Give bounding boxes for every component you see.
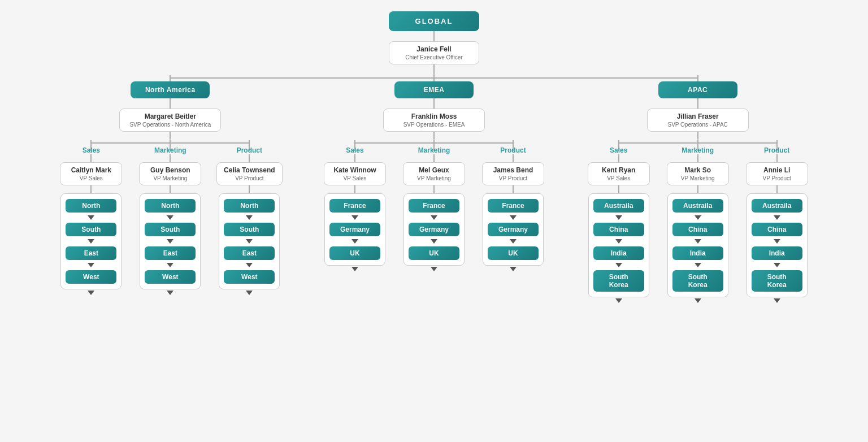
emea-mkt-list: France Germany UK — [403, 193, 465, 266]
arrow-down — [615, 239, 622, 244]
apac-prod-vp[interactable]: Annie Li VP Product — [746, 162, 808, 185]
list-item[interactable]: East — [145, 246, 196, 260]
region-emea: EMEA Franklin Moss SVP Operations - EMEA… — [302, 81, 566, 272]
arrow-down — [351, 267, 358, 271]
arrow-down — [167, 215, 173, 220]
arrow-down — [615, 263, 622, 267]
list-item[interactable]: West — [224, 270, 275, 284]
na-dept-cols: Sales Caitlyn Mark VP Sales North South … — [51, 146, 289, 296]
list-item[interactable]: India — [672, 246, 723, 260]
region-north-america: North America Margaret Beitler SVP Opera… — [38, 81, 302, 296]
global-node[interactable]: GLOBAL — [389, 11, 479, 31]
apac-region-node[interactable]: APAC — [658, 81, 737, 98]
emea-v1 — [433, 98, 435, 109]
emea-prod-vp[interactable]: James Bend VP Product — [482, 162, 544, 185]
arrow-down — [774, 215, 780, 220]
list-item[interactable]: UK — [329, 246, 380, 260]
apac-mkt-list: Austraila China India South Korea — [667, 193, 728, 297]
na-v2 — [170, 132, 171, 140]
list-item[interactable]: South — [66, 223, 116, 236]
arrow-down — [351, 215, 358, 220]
emea-region-node[interactable]: EMEA — [394, 81, 474, 98]
na-dept-marketing: Marketing Guy Benson VP Marketing North … — [131, 146, 210, 296]
apac-dept-marketing: Marketing Mark So VP Marketing Austraila… — [658, 146, 737, 304]
arrow-down — [510, 267, 517, 271]
list-item[interactable]: North — [145, 199, 196, 213]
list-item[interactable]: Germany — [488, 223, 539, 236]
list-item[interactable]: South Korea — [752, 270, 802, 292]
na-prod-vp[interactable]: Celia Townsend VP Product — [216, 162, 282, 185]
arrow-down — [510, 239, 517, 244]
list-item[interactable]: South Korea — [672, 270, 723, 292]
org-chart: GLOBAL Janice Fell Chief Executive Offic… — [0, 0, 868, 442]
list-item[interactable]: West — [66, 270, 116, 284]
arrow-down — [88, 215, 94, 220]
list-item[interactable]: Germany — [409, 223, 459, 236]
list-item[interactable]: East — [66, 246, 116, 260]
arrow-down — [167, 291, 173, 295]
v-line-2 — [433, 64, 435, 75]
branch-svg-regions — [38, 75, 830, 81]
list-item[interactable]: North — [66, 199, 116, 213]
regions-container: North America Margaret Beitler SVP Opera… — [38, 81, 830, 304]
emea-vp-node[interactable]: Franklin Moss SVP Operations - EMEA — [383, 109, 485, 132]
apac-sales-vp[interactable]: Kent Ryan VP Sales — [588, 162, 650, 185]
list-item[interactable]: France — [409, 199, 459, 213]
na-dept-product: Product Celia Townsend VP Product North … — [210, 146, 289, 296]
apac-vp-node[interactable]: Jillian Fraser SVP Operations - APAC — [647, 109, 749, 132]
na-sales-vp[interactable]: Caitlyn Mark VP Sales — [60, 162, 122, 185]
list-item[interactable]: India — [752, 246, 802, 260]
list-item[interactable]: India — [593, 246, 644, 260]
arrow-down — [167, 263, 173, 267]
list-item[interactable]: West — [145, 270, 196, 284]
na-v1 — [170, 98, 171, 109]
list-item[interactable]: France — [329, 199, 380, 213]
list-item[interactable]: South Korea — [593, 270, 644, 292]
arrow-down — [167, 239, 173, 244]
na-mkt-vp[interactable]: Guy Benson VP Marketing — [139, 162, 201, 185]
list-item[interactable]: Germany — [329, 223, 380, 236]
list-item[interactable]: China — [593, 223, 644, 236]
arrow-down — [246, 263, 253, 267]
list-item[interactable]: China — [752, 223, 802, 236]
arrow-down — [88, 263, 94, 267]
emea-mkt-vp[interactable]: Mel Geux VP Marketing — [403, 162, 465, 185]
ceo-node[interactable]: Janice Fell Chief Executive Officer — [389, 41, 479, 64]
list-item[interactable]: Austraila — [593, 199, 644, 213]
apac-v2 — [697, 132, 698, 140]
emea-prod-list: France Germany UK — [483, 193, 544, 266]
arrow-down — [695, 263, 701, 267]
na-dept-branch — [51, 140, 289, 146]
apac-dept-branch — [579, 140, 817, 146]
na-region-node[interactable]: North America — [131, 81, 210, 98]
arrow-down — [431, 215, 437, 220]
na-vp-node[interactable]: Margaret Beitler SVP Operations - North … — [119, 109, 221, 132]
list-item[interactable]: Austraila — [752, 199, 802, 213]
apac-v1 — [697, 98, 698, 109]
arrow-down — [695, 239, 701, 244]
emea-dept-product: Product James Bend VP Product France Ger… — [474, 146, 553, 272]
emea-sales-vp[interactable]: Kate Winnow VP Sales — [324, 162, 386, 185]
emea-v2 — [433, 132, 435, 140]
arrow-down — [431, 267, 437, 271]
list-item[interactable]: North — [224, 199, 275, 213]
list-item[interactable]: France — [488, 199, 539, 213]
list-item[interactable]: Austraila — [672, 199, 723, 213]
arrow-down — [246, 215, 253, 220]
list-item[interactable]: East — [224, 246, 275, 260]
apac-sales-list: Austraila China India South Korea — [588, 193, 649, 297]
arrow-down — [351, 239, 358, 244]
na-mkt-list: North South East West — [140, 193, 201, 289]
emea-sales-list: France Germany UK — [324, 193, 385, 266]
apac-dept-product: Product Annie Li VP Product Austraila Ch… — [737, 146, 817, 304]
region-apac: APAC Jillian Fraser SVP Operations - APA… — [566, 81, 830, 304]
arrow-down — [88, 239, 94, 244]
na-dept-sales: Sales Caitlyn Mark VP Sales North South … — [51, 146, 131, 296]
list-item[interactable]: UK — [409, 246, 459, 260]
list-item[interactable]: South — [145, 223, 196, 236]
list-item[interactable]: South — [224, 223, 275, 236]
apac-dept-cols: Sales Kent Ryan VP Sales Austraila China… — [579, 146, 817, 304]
apac-mkt-vp[interactable]: Mark So VP Marketing — [667, 162, 729, 185]
list-item[interactable]: China — [672, 223, 723, 236]
list-item[interactable]: UK — [488, 246, 539, 260]
